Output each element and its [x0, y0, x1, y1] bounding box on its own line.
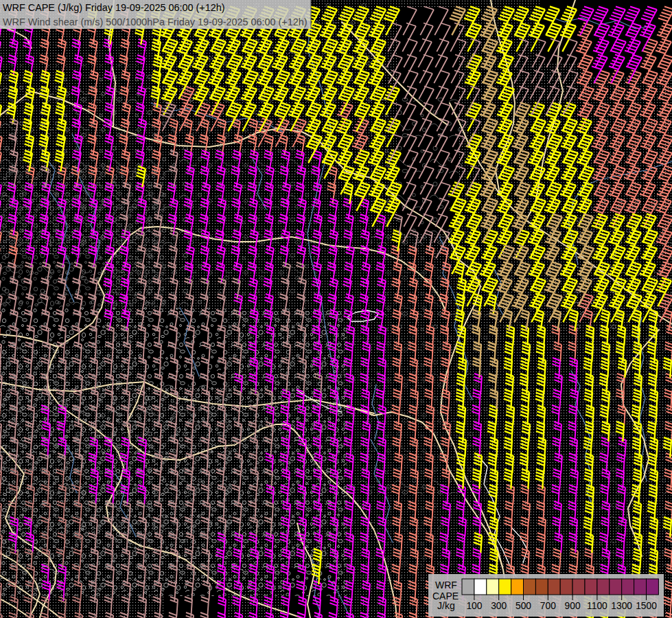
svg-text:300: 300	[491, 601, 507, 611]
svg-text:100: 100	[466, 601, 482, 611]
svg-text:700: 700	[540, 601, 556, 611]
svg-text:J/kg: J/kg	[437, 600, 455, 611]
svg-text:900: 900	[565, 601, 581, 611]
svg-text:1100: 1100	[587, 601, 607, 611]
svg-text:1500: 1500	[636, 601, 657, 611]
svg-text:1300: 1300	[611, 601, 632, 611]
svg-text:WRF Wind shear (m/s) 500/1000h: WRF Wind shear (m/s) 500/1000hPa Friday …	[3, 16, 308, 27]
svg-text:WRF CAPE (J/kg) Friday 19-09-2: WRF CAPE (J/kg) Friday 19-09-2025 06:00 …	[3, 2, 225, 13]
svg-text:WRF: WRF	[435, 580, 457, 591]
svg-text:500: 500	[515, 601, 531, 611]
